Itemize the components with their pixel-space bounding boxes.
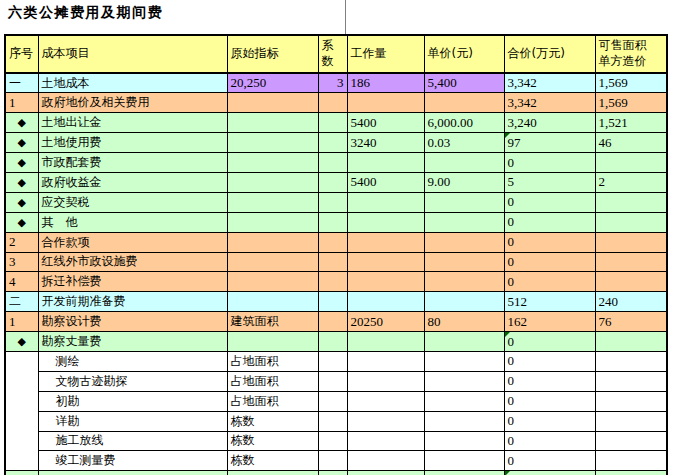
cell-coef[interactable] (318, 133, 347, 153)
cell-price[interactable]: 9.00 (424, 172, 504, 192)
cell-coef[interactable] (318, 232, 347, 252)
cell-indicator[interactable]: 占地面积 (227, 351, 318, 371)
cell-price[interactable] (424, 272, 504, 292)
cell-no[interactable] (5, 471, 38, 475)
cell-coef[interactable] (318, 451, 347, 471)
cell-area[interactable]: 76 (595, 312, 667, 332)
cell-coef[interactable] (318, 471, 347, 475)
cell-total[interactable] (504, 471, 595, 475)
cell-coef[interactable] (318, 312, 347, 332)
cell-item[interactable]: 开发前期准备费 (38, 292, 227, 312)
cell-workload[interactable] (347, 153, 424, 173)
cell-price[interactable] (424, 212, 504, 232)
cell-total[interactable]: 97 (504, 133, 595, 153)
cell-workload[interactable] (347, 252, 424, 272)
cell-item[interactable]: 拆迁补偿费 (38, 272, 227, 292)
cell-total[interactable]: 512 (504, 292, 595, 312)
cell-indicator[interactable]: 占地面积 (227, 391, 318, 411)
cell-area[interactable] (595, 153, 667, 173)
cell-indicator[interactable] (227, 172, 318, 192)
cell-price[interactable] (424, 232, 504, 252)
cell-total[interactable]: 0 (504, 451, 595, 471)
cell-item[interactable]: 政府地价及相关费用 (38, 93, 227, 113)
cell-coef[interactable] (318, 153, 347, 173)
cell-workload[interactable] (347, 93, 424, 113)
cell-coef[interactable] (318, 113, 347, 133)
cell-item[interactable]: 勘察设计费 (38, 312, 227, 332)
cell-workload[interactable] (347, 371, 424, 391)
cell-total[interactable]: 0 (504, 431, 595, 451)
cell-indicator[interactable] (227, 471, 318, 475)
cell-no[interactable]: 1 (5, 312, 38, 332)
cell-price[interactable] (424, 431, 504, 451)
cell-item[interactable]: 测绘 (38, 351, 227, 371)
cell-item[interactable]: 土地使用费 (38, 133, 227, 153)
cell-item[interactable]: 合作款项 (38, 232, 227, 252)
column-header-item[interactable]: 成本项目 (38, 35, 227, 73)
cell-price[interactable] (424, 351, 504, 371)
cell-workload[interactable]: 5400 (347, 172, 424, 192)
cell-total[interactable]: 0 (504, 252, 595, 272)
cell-no[interactable]: ◆ (5, 192, 38, 212)
cell-coef[interactable]: 3 (318, 73, 347, 93)
cell-total[interactable]: 3,342 (504, 93, 595, 113)
cell-item[interactable] (38, 471, 227, 475)
cell-no[interactable]: ◆ (5, 133, 38, 153)
cell-price[interactable] (424, 451, 504, 471)
cell-workload[interactable] (347, 411, 424, 431)
cell-no[interactable]: ◆ (5, 212, 38, 232)
cell-area[interactable] (595, 192, 667, 212)
cell-workload[interactable]: 186 (347, 73, 424, 93)
cell-workload[interactable]: 5400 (347, 113, 424, 133)
cell-coef[interactable] (318, 252, 347, 272)
cell-workload[interactable] (347, 451, 424, 471)
cell-item[interactable]: 详勘 (38, 411, 227, 431)
column-header-area[interactable]: 可售面积 单方造价 (595, 35, 667, 73)
cell-no[interactable]: 3 (5, 252, 38, 272)
cell-price[interactable]: 6,000.00 (424, 113, 504, 133)
cell-total[interactable]: 3,240 (504, 113, 595, 133)
cell-price[interactable]: 5,400 (424, 73, 504, 93)
cell-total[interactable]: 0 (504, 411, 595, 431)
cell-total[interactable]: 0 (504, 272, 595, 292)
cell-indicator[interactable] (227, 192, 318, 212)
cell-total[interactable]: 3,342 (504, 73, 595, 93)
column-header-workload[interactable]: 工作量 (347, 35, 424, 73)
cell-workload[interactable] (347, 471, 424, 475)
cell-total[interactable]: 5 (504, 172, 595, 192)
cell-area[interactable] (595, 232, 667, 252)
cell-item[interactable]: 施工放线 (38, 431, 227, 451)
cell-coef[interactable] (318, 332, 347, 352)
cell-no[interactable]: 一 (5, 73, 38, 93)
cell-item[interactable]: 竣工测量费 (38, 451, 227, 471)
cell-indicator[interactable] (227, 292, 318, 312)
cell-no[interactable] (5, 351, 38, 470)
cell-area[interactable]: 2 (595, 172, 667, 192)
cell-area[interactable] (595, 212, 667, 232)
cell-indicator[interactable] (227, 133, 318, 153)
cell-no[interactable]: 1 (5, 93, 38, 113)
cell-item[interactable]: 市政配套费 (38, 153, 227, 173)
cell-indicator[interactable]: 栋数 (227, 411, 318, 431)
cell-indicator[interactable] (227, 232, 318, 252)
cell-coef[interactable] (318, 172, 347, 192)
cell-item[interactable]: 初勘 (38, 391, 227, 411)
cell-no[interactable]: ◆ (5, 172, 38, 192)
cell-coef[interactable] (318, 292, 347, 312)
cell-coef[interactable] (318, 192, 347, 212)
cell-price[interactable] (424, 471, 504, 475)
cell-no[interactable]: ◆ (5, 332, 38, 352)
cell-workload[interactable] (347, 272, 424, 292)
cell-price[interactable] (424, 192, 504, 212)
cell-item[interactable]: 红线外市政设施费 (38, 252, 227, 272)
cell-price[interactable] (424, 153, 504, 173)
cell-workload[interactable]: 3240 (347, 133, 424, 153)
column-header-coef[interactable]: 系数 (318, 35, 347, 73)
column-header-total[interactable]: 合价(万元) (504, 35, 595, 73)
cell-price[interactable] (424, 391, 504, 411)
cell-area[interactable] (595, 431, 667, 451)
cell-total[interactable]: 0 (504, 351, 595, 371)
cell-price[interactable] (424, 93, 504, 113)
cell-workload[interactable]: 20250 (347, 312, 424, 332)
column-header-no[interactable]: 序号 (5, 35, 38, 73)
